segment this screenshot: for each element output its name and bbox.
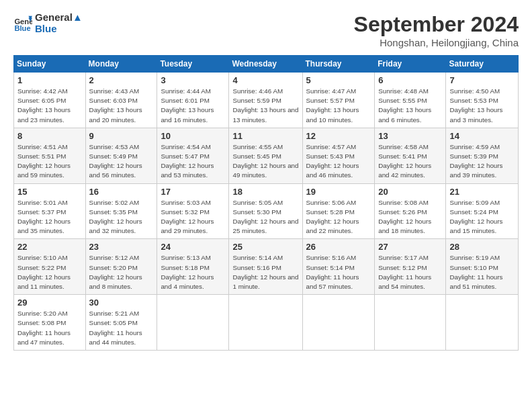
calendar-cell — [157, 295, 229, 351]
calendar-cell: 24 Sunrise: 5:13 AM Sunset: 5:18 PM Dayl… — [157, 239, 229, 295]
day-detail: Sunrise: 5:10 AM Sunset: 5:22 PM Dayligh… — [17, 253, 82, 291]
day-detail: Sunrise: 4:48 AM Sunset: 5:55 PM Dayligh… — [378, 87, 442, 125]
day-detail: Sunrise: 5:02 AM Sunset: 5:35 PM Dayligh… — [89, 198, 154, 236]
day-detail: Sunrise: 4:57 AM Sunset: 5:43 PM Dayligh… — [306, 142, 371, 181]
day-number: 11 — [232, 131, 298, 141]
day-detail: Sunrise: 5:16 AM Sunset: 5:14 PM Dayligh… — [306, 253, 371, 291]
day-number: 4 — [232, 75, 298, 85]
calendar-cell — [229, 295, 302, 351]
calendar-cell: 8 Sunrise: 4:51 AM Sunset: 5:51 PM Dayli… — [14, 128, 86, 183]
svg-text:Blue: Blue — [14, 24, 30, 32]
day-detail: Sunrise: 5:19 AM Sunset: 5:10 PM Dayligh… — [449, 253, 515, 291]
calendar-header-row: Sunday Monday Tuesday Wednesday Thursday… — [14, 56, 519, 73]
day-detail: Sunrise: 5:09 AM Sunset: 5:24 PM Dayligh… — [449, 198, 515, 236]
day-number: 6 — [378, 75, 442, 85]
day-detail: Sunrise: 5:14 AM Sunset: 5:16 PM Dayligh… — [232, 253, 298, 291]
calendar-cell: 2 Sunrise: 4:43 AM Sunset: 6:03 PM Dayli… — [85, 73, 157, 128]
calendar-cell: 11 Sunrise: 4:55 AM Sunset: 5:45 PM Dayl… — [229, 128, 302, 183]
calendar-cell: 13 Sunrise: 4:58 AM Sunset: 5:41 PM Dayl… — [375, 128, 446, 183]
day-number: 17 — [161, 187, 225, 197]
day-detail: Sunrise: 4:44 AM Sunset: 6:01 PM Dayligh… — [161, 87, 225, 125]
logo-line1: General▲ — [35, 12, 83, 24]
day-number: 14 — [449, 131, 515, 141]
day-number: 28 — [449, 242, 515, 252]
day-detail: Sunrise: 4:42 AM Sunset: 6:05 PM Dayligh… — [17, 87, 82, 125]
day-number: 30 — [89, 298, 154, 308]
title-block: September 2024 Hongshan, Heilongjiang, C… — [354, 12, 519, 48]
day-detail: Sunrise: 5:06 AM Sunset: 5:28 PM Dayligh… — [306, 198, 371, 236]
day-detail: Sunrise: 4:55 AM Sunset: 5:45 PM Dayligh… — [232, 142, 298, 181]
col-sunday: Sunday — [14, 56, 86, 73]
day-detail: Sunrise: 5:01 AM Sunset: 5:37 PM Dayligh… — [17, 198, 82, 236]
day-number: 27 — [378, 242, 442, 252]
day-number: 8 — [17, 131, 82, 141]
day-detail: Sunrise: 4:58 AM Sunset: 5:41 PM Dayligh… — [378, 142, 442, 181]
day-detail: Sunrise: 5:08 AM Sunset: 5:26 PM Dayligh… — [378, 198, 442, 236]
day-detail: Sunrise: 5:21 AM Sunset: 5:05 PM Dayligh… — [89, 309, 154, 347]
calendar-week-3: 15 Sunrise: 5:01 AM Sunset: 5:37 PM Dayl… — [14, 183, 519, 239]
day-number: 2 — [89, 75, 154, 85]
calendar-week-1: 1 Sunrise: 4:42 AM Sunset: 6:05 PM Dayli… — [14, 73, 519, 128]
calendar-cell: 30 Sunrise: 5:21 AM Sunset: 5:05 PM Dayl… — [85, 295, 157, 351]
day-detail: Sunrise: 5:17 AM Sunset: 5:12 PM Dayligh… — [378, 253, 442, 291]
calendar-table: Sunday Monday Tuesday Wednesday Thursday… — [13, 55, 519, 351]
calendar-cell: 21 Sunrise: 5:09 AM Sunset: 5:24 PM Dayl… — [446, 183, 519, 239]
day-number: 19 — [306, 187, 371, 197]
day-detail: Sunrise: 5:13 AM Sunset: 5:18 PM Dayligh… — [161, 253, 225, 291]
day-number: 9 — [89, 131, 154, 141]
day-detail: Sunrise: 4:54 AM Sunset: 5:47 PM Dayligh… — [161, 142, 225, 181]
calendar-cell — [302, 295, 375, 351]
calendar-cell: 20 Sunrise: 5:08 AM Sunset: 5:26 PM Dayl… — [375, 183, 446, 239]
calendar-cell: 29 Sunrise: 5:20 AM Sunset: 5:08 PM Dayl… — [14, 295, 86, 351]
day-detail: Sunrise: 5:03 AM Sunset: 5:32 PM Dayligh… — [161, 198, 225, 236]
day-number: 22 — [17, 242, 82, 252]
logo-icon: General Blue — [13, 14, 32, 33]
day-number: 16 — [89, 187, 154, 197]
calendar-cell: 18 Sunrise: 5:05 AM Sunset: 5:30 PM Dayl… — [229, 183, 302, 239]
day-detail: Sunrise: 4:47 AM Sunset: 5:57 PM Dayligh… — [306, 87, 371, 125]
calendar-cell: 27 Sunrise: 5:17 AM Sunset: 5:12 PM Dayl… — [375, 239, 446, 295]
col-monday: Monday — [85, 56, 157, 73]
day-number: 21 — [449, 187, 515, 197]
calendar-week-5: 29 Sunrise: 5:20 AM Sunset: 5:08 PM Dayl… — [14, 295, 519, 351]
calendar-cell: 6 Sunrise: 4:48 AM Sunset: 5:55 PM Dayli… — [375, 73, 446, 128]
day-detail: Sunrise: 5:20 AM Sunset: 5:08 PM Dayligh… — [17, 309, 82, 347]
calendar-cell: 22 Sunrise: 5:10 AM Sunset: 5:22 PM Dayl… — [14, 239, 86, 295]
logo: General Blue General▲ Blue — [13, 12, 83, 34]
calendar-cell: 23 Sunrise: 5:12 AM Sunset: 5:20 PM Dayl… — [85, 239, 157, 295]
calendar-week-4: 22 Sunrise: 5:10 AM Sunset: 5:22 PM Dayl… — [14, 239, 519, 295]
day-detail: Sunrise: 4:59 AM Sunset: 5:39 PM Dayligh… — [449, 142, 515, 181]
calendar-cell: 19 Sunrise: 5:06 AM Sunset: 5:28 PM Dayl… — [302, 183, 375, 239]
logo-line2: Blue — [35, 24, 83, 35]
col-friday: Friday — [375, 56, 446, 73]
calendar-cell: 7 Sunrise: 4:50 AM Sunset: 5:53 PM Dayli… — [446, 73, 519, 128]
day-number: 20 — [378, 187, 442, 197]
calendar-cell: 17 Sunrise: 5:03 AM Sunset: 5:32 PM Dayl… — [157, 183, 229, 239]
col-wednesday: Wednesday — [229, 56, 302, 73]
col-thursday: Thursday — [302, 56, 375, 73]
calendar-cell: 4 Sunrise: 4:46 AM Sunset: 5:59 PM Dayli… — [229, 73, 302, 128]
calendar-cell: 5 Sunrise: 4:47 AM Sunset: 5:57 PM Dayli… — [302, 73, 375, 128]
day-detail: Sunrise: 5:12 AM Sunset: 5:20 PM Dayligh… — [89, 253, 154, 291]
calendar-cell: 3 Sunrise: 4:44 AM Sunset: 6:01 PM Dayli… — [157, 73, 229, 128]
day-number: 13 — [378, 131, 442, 141]
day-number: 23 — [89, 242, 154, 252]
calendar-cell: 14 Sunrise: 4:59 AM Sunset: 5:39 PM Dayl… — [446, 128, 519, 183]
day-number: 29 — [17, 298, 82, 308]
day-detail: Sunrise: 4:53 AM Sunset: 5:49 PM Dayligh… — [89, 142, 154, 181]
day-detail: Sunrise: 5:05 AM Sunset: 5:30 PM Dayligh… — [232, 198, 298, 236]
col-saturday: Saturday — [446, 56, 519, 73]
calendar-cell: 9 Sunrise: 4:53 AM Sunset: 5:49 PM Dayli… — [85, 128, 157, 183]
calendar-cell: 12 Sunrise: 4:57 AM Sunset: 5:43 PM Dayl… — [302, 128, 375, 183]
month-title: September 2024 — [354, 12, 519, 37]
day-detail: Sunrise: 4:51 AM Sunset: 5:51 PM Dayligh… — [17, 142, 82, 181]
day-number: 15 — [17, 187, 82, 197]
day-detail: Sunrise: 4:46 AM Sunset: 5:59 PM Dayligh… — [232, 87, 298, 125]
calendar-cell: 26 Sunrise: 5:16 AM Sunset: 5:14 PM Dayl… — [302, 239, 375, 295]
calendar-cell: 1 Sunrise: 4:42 AM Sunset: 6:05 PM Dayli… — [14, 73, 86, 128]
calendar-cell — [446, 295, 519, 351]
day-number: 24 — [161, 242, 225, 252]
day-number: 12 — [306, 131, 371, 141]
page: General Blue General▲ Blue September 202… — [0, 0, 532, 411]
day-number: 10 — [161, 131, 225, 141]
